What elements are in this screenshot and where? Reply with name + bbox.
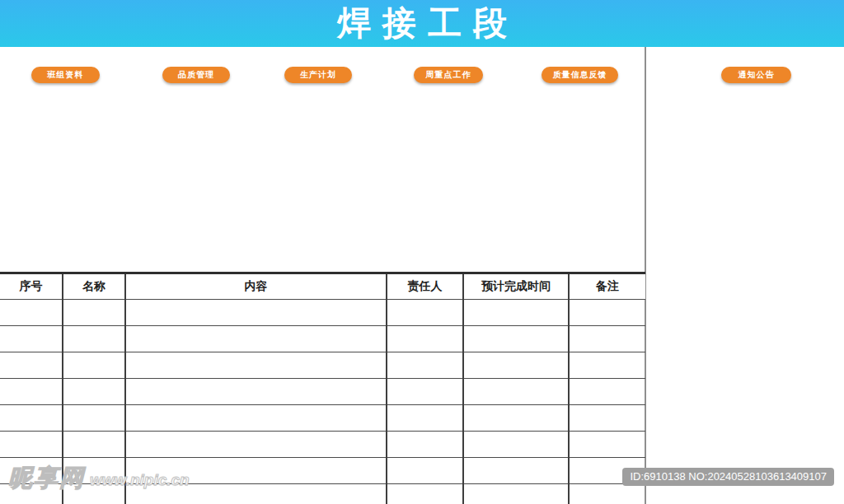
table-cell [0,352,63,379]
task-table-body [0,300,645,504]
id-badge: ID:6910138 NO:20240528103613409107 [622,468,834,486]
table-cell [63,432,125,458]
table-cell [63,405,125,432]
table-cell [569,379,645,405]
column-header-number: 序号 [0,273,63,300]
table-cell [0,432,63,458]
table-cell [63,379,125,405]
table-cell [63,352,125,379]
table-cell [63,458,125,484]
table-cell [0,326,63,352]
table-header-row: 序号 名称 内容 责任人 预计完成时间 备注 [0,273,645,300]
table-cell [569,352,645,379]
table-cell [0,379,63,405]
table-cell [463,405,569,432]
table-cell [387,300,463,326]
task-table: 序号 名称 内容 责任人 预计完成时间 备注 [0,272,645,504]
table-cell [569,300,645,326]
table-cell [463,484,569,504]
table-cell [463,458,569,484]
table-cell [0,405,63,432]
table-cell [125,352,387,379]
table-cell [125,405,387,432]
table-cell [63,300,125,326]
welding-section-board: 焊接工段 班组资料 品质管理 生产计划 周重点工作 质量信息反馈 通知公告 序号… [0,0,844,504]
table-cell [463,379,569,405]
table-cell [63,484,125,504]
table-row [0,432,645,458]
nav-button-notice-announcement[interactable]: 通知公告 [721,67,791,83]
table-cell [125,432,387,458]
table-cell [569,405,645,432]
table-cell [387,432,463,458]
table-cell [463,326,569,352]
page-title: 焊接工段 [0,0,844,47]
table-cell [569,432,645,458]
table-cell [125,300,387,326]
table-cell [463,432,569,458]
table-cell [387,458,463,484]
column-header-remarks: 备注 [569,273,645,300]
table-cell [463,300,569,326]
column-header-responsible: 责任人 [387,273,463,300]
table-row [0,300,645,326]
table-cell [63,326,125,352]
header-banner: 焊接工段 [0,0,844,47]
column-header-expected-completion: 预计完成时间 [463,273,569,300]
table-cell [0,484,63,504]
table-cell [125,379,387,405]
table-cell [387,379,463,405]
table-cell [125,326,387,352]
nav-button-quality-management[interactable]: 品质管理 [162,67,230,83]
table-row [0,352,645,379]
nav-button-team-info[interactable]: 班组资料 [31,67,100,83]
table-row [0,405,645,432]
column-header-content: 内容 [125,273,387,300]
column-header-name: 名称 [63,273,125,300]
table-cell [387,405,463,432]
nav-button-production-plan[interactable]: 生产计划 [284,67,352,83]
table-cell [387,326,463,352]
table-row [0,326,645,352]
table-row [0,484,645,504]
table-cell [0,458,63,484]
table-row [0,379,645,405]
table-cell [0,300,63,326]
table-cell [569,326,645,352]
table-cell [387,484,463,504]
table-row [0,458,645,484]
table-cell [125,458,387,484]
nav-button-weekly-key-work[interactable]: 周重点工作 [414,67,483,83]
table-cell [569,484,645,504]
nav-button-quality-feedback[interactable]: 质量信息反馈 [542,67,618,83]
table-cell [125,484,387,504]
task-table-header: 序号 名称 内容 责任人 预计完成时间 备注 [0,273,645,300]
table-cell [387,352,463,379]
table-cell [463,352,569,379]
